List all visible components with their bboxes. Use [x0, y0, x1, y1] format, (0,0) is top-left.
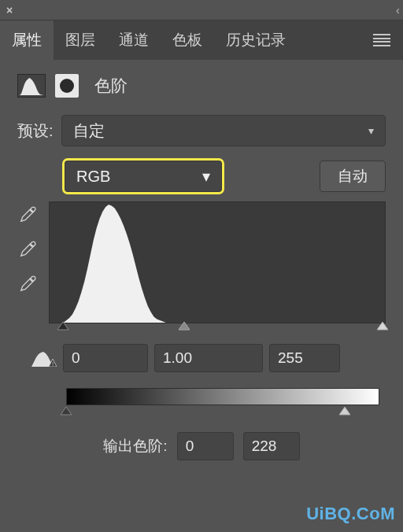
- tab-history[interactable]: 历史记录: [214, 20, 298, 60]
- input-highlights-field[interactable]: [269, 344, 340, 372]
- tab-properties[interactable]: 属性: [0, 20, 54, 60]
- output-shadow-handle[interactable]: [61, 407, 72, 418]
- svg-text:!: !: [52, 360, 54, 367]
- channel-select[interactable]: RGB ▾: [65, 161, 222, 192]
- channel-value: RGB: [76, 168, 110, 186]
- close-icon[interactable]: ×: [6, 4, 13, 17]
- eyedropper-gray-icon[interactable]: [17, 239, 38, 260]
- tab-swatches[interactable]: 色板: [161, 20, 214, 60]
- tab-channels[interactable]: 通道: [107, 20, 161, 60]
- panel-tabs: 属性 图层 通道 色板 历史记录: [0, 20, 403, 60]
- adjustment-title: 色阶: [94, 75, 128, 97]
- output-label: 输出色阶:: [103, 436, 167, 456]
- input-slider-track[interactable]: [63, 322, 383, 336]
- clip-warning-icon[interactable]: !: [31, 349, 57, 367]
- output-slider-track[interactable]: [66, 407, 379, 421]
- watermark-text: UiBQ.CoM: [306, 504, 395, 524]
- mask-icon[interactable]: [55, 74, 79, 98]
- highlight-slider-handle[interactable]: [377, 322, 388, 333]
- preset-value: 自定: [73, 120, 105, 142]
- eyedropper-white-icon[interactable]: [17, 274, 38, 294]
- auto-button[interactable]: 自动: [320, 161, 386, 192]
- collapse-icon[interactable]: ‹‹: [396, 4, 397, 17]
- input-shadows-field[interactable]: [63, 344, 148, 372]
- tab-layers[interactable]: 图层: [54, 20, 107, 60]
- histogram-chart: [49, 201, 386, 323]
- panel-menu-icon[interactable]: [373, 34, 390, 46]
- shadow-slider-handle[interactable]: [57, 322, 68, 333]
- input-midtones-field[interactable]: [154, 344, 263, 372]
- preset-select[interactable]: 自定 ▾: [61, 115, 386, 146]
- chevron-down-icon: ▾: [202, 167, 210, 186]
- preset-label: 预设:: [17, 120, 54, 142]
- levels-icon: [17, 74, 46, 98]
- output-gradient: [66, 388, 379, 405]
- chevron-down-icon: ▾: [368, 124, 374, 137]
- eyedropper-black-icon[interactable]: [17, 205, 38, 225]
- output-highlight-handle[interactable]: [339, 407, 350, 418]
- output-shadows-field[interactable]: [177, 432, 234, 460]
- midtone-slider-handle[interactable]: [179, 322, 190, 333]
- output-highlights-field[interactable]: [243, 432, 300, 460]
